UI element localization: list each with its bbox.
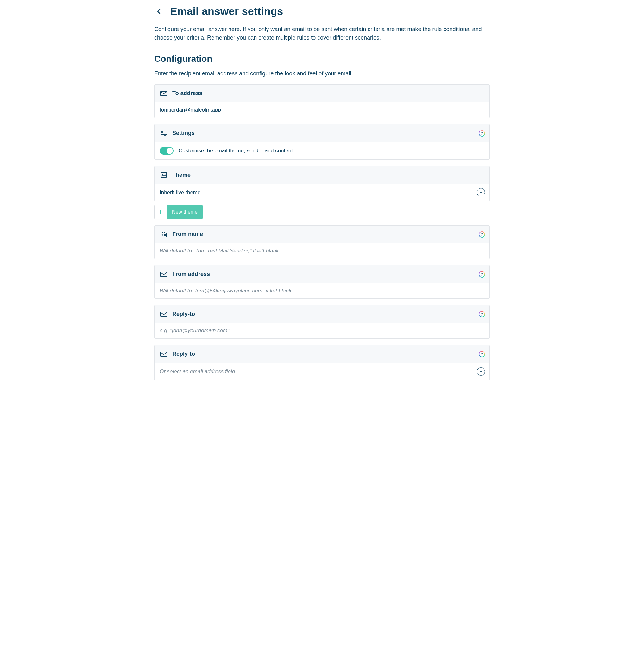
new-theme-label: New theme bbox=[167, 205, 202, 219]
card-title-from-name: From name bbox=[172, 230, 203, 238]
help-icon[interactable]: ? bbox=[479, 271, 485, 277]
sliders-icon bbox=[159, 129, 168, 138]
customise-toggle-label: Customise the email theme, sender and co… bbox=[178, 147, 293, 155]
envelope-icon bbox=[159, 350, 168, 358]
to-address-input[interactable] bbox=[154, 102, 490, 118]
svg-rect-9 bbox=[161, 233, 167, 237]
theme-select[interactable]: Inherit live theme bbox=[154, 184, 490, 201]
section-title: Configuration bbox=[154, 52, 490, 66]
card-from-address: From address ? bbox=[154, 265, 490, 299]
from-name-input[interactable] bbox=[154, 243, 490, 258]
back-button[interactable] bbox=[154, 7, 164, 16]
card-title-from-address: From address bbox=[172, 270, 210, 278]
card-header-from-address: From address ? bbox=[154, 266, 490, 283]
section-description: Enter the recipient email address and co… bbox=[154, 69, 490, 78]
card-title-settings: Settings bbox=[172, 129, 195, 138]
card-title-theme: Theme bbox=[172, 171, 191, 179]
chevron-down-icon bbox=[477, 188, 485, 196]
new-theme-button[interactable]: New theme bbox=[154, 205, 202, 219]
image-icon bbox=[159, 171, 168, 179]
chevron-down-icon bbox=[477, 368, 485, 376]
card-title-reply-to-text: Reply-to bbox=[172, 310, 195, 318]
page-description: Configure your email answer here. If you… bbox=[154, 25, 490, 42]
help-icon[interactable]: ? bbox=[479, 130, 485, 137]
reply-to-select[interactable]: Or select an email address field bbox=[154, 363, 490, 380]
card-settings: Settings ? Customise the email theme, se… bbox=[154, 124, 490, 160]
card-title-to-address: To address bbox=[172, 89, 202, 98]
card-theme: Theme Inherit live theme bbox=[154, 166, 490, 202]
customise-toggle[interactable] bbox=[159, 147, 173, 154]
svg-point-4 bbox=[164, 134, 166, 135]
card-from-name: From name ? bbox=[154, 225, 490, 259]
card-header-from-name: From name ? bbox=[154, 226, 490, 243]
id-card-icon bbox=[159, 230, 168, 238]
help-icon[interactable]: ? bbox=[479, 351, 485, 357]
svg-rect-10 bbox=[163, 232, 165, 233]
reply-to-select-placeholder: Or select an email address field bbox=[154, 363, 490, 380]
help-icon[interactable]: ? bbox=[479, 311, 485, 317]
card-header-settings: Settings ? bbox=[154, 125, 490, 142]
svg-point-11 bbox=[162, 234, 163, 235]
reply-to-input[interactable] bbox=[154, 323, 490, 338]
card-reply-to-text: Reply-to ? bbox=[154, 305, 490, 339]
card-header-reply-to-select: Reply-to ? bbox=[154, 345, 490, 363]
plus-icon bbox=[154, 205, 167, 219]
card-header-reply-to-text: Reply-to ? bbox=[154, 305, 490, 323]
card-to-address: To address bbox=[154, 84, 490, 118]
envelope-icon bbox=[159, 89, 168, 98]
card-header-to-address: To address bbox=[154, 85, 490, 102]
card-title-reply-to-select: Reply-to bbox=[172, 350, 195, 358]
svg-point-2 bbox=[162, 131, 163, 132]
help-icon[interactable]: ? bbox=[479, 231, 485, 237]
page-title: Email answer settings bbox=[170, 3, 283, 19]
from-address-input[interactable] bbox=[154, 283, 490, 298]
theme-select-value: Inherit live theme bbox=[154, 184, 490, 201]
card-reply-to-select: Reply-to ? Or select an email address fi… bbox=[154, 345, 490, 380]
envelope-icon bbox=[159, 310, 168, 318]
card-header-theme: Theme bbox=[154, 166, 490, 184]
envelope-icon bbox=[159, 270, 168, 278]
